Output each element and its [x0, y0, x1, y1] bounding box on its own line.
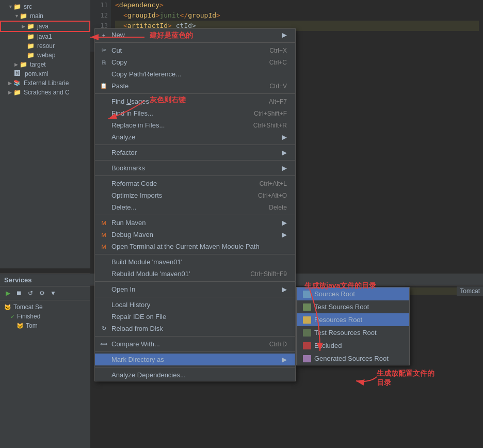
- menu-label-run-maven: Run Maven: [111, 219, 146, 227]
- submenu-item-excluded[interactable]: Excluded: [297, 339, 409, 352]
- menu-item-copy-path[interactable]: Copy Path/Reference...: [95, 68, 295, 80]
- tree-item-resour[interactable]: resour: [0, 41, 90, 51]
- paste-icon: 📋: [99, 83, 108, 89]
- service-restart-btn[interactable]: ↺: [25, 287, 36, 299]
- services-header: Services: [0, 274, 90, 286]
- sources-root-icon: [303, 291, 311, 298]
- menu-item-new[interactable]: + New ▶: [95, 29, 295, 41]
- menu-label-replace-files: Replace in Files...: [111, 121, 165, 129]
- services-title: Services: [4, 276, 32, 284]
- service-play-btn[interactable]: ▶: [2, 287, 13, 299]
- menu-item-bookmarks[interactable]: Bookmarks ▶: [95, 162, 295, 174]
- menu-item-compare[interactable]: ⟺ Compare With... Ctrl+D: [95, 338, 295, 350]
- shortcut-delete: Delete: [269, 204, 287, 211]
- folder-icon-target: [20, 61, 28, 68]
- submenu-item-generated-sources[interactable]: Generated Sources Root: [297, 352, 409, 365]
- folder-icon-src: [13, 3, 22, 10]
- shortcut-copy: Ctrl+C: [269, 59, 287, 66]
- menu-label-optimize: Optimize Imports: [111, 191, 162, 199]
- service-item-tomcat[interactable]: 🐱 Tomcat Se: [0, 302, 90, 312]
- separator-5: [95, 175, 295, 176]
- menu-label-compare: Compare With...: [111, 340, 160, 348]
- submenu-arrow-debug-maven: ▶: [282, 231, 287, 238]
- tomcat-side-label: Tomcat: [457, 286, 483, 296]
- menu-item-repair[interactable]: Repair IDE on File: [95, 311, 295, 323]
- service-stop-btn[interactable]: ⏹: [13, 287, 25, 299]
- test-sources-root-icon: [303, 303, 311, 311]
- context-menu: + New ▶ ✂ Cut Ctrl+X ⎘ Copy Ctrl+C Copy …: [94, 28, 296, 381]
- service-item-finished[interactable]: ✓ Finished: [0, 312, 90, 321]
- expand-arrow-java: ▶: [22, 24, 27, 29]
- reload-icon: ↻: [99, 325, 108, 332]
- menu-item-analyze[interactable]: Analyze ▶: [95, 131, 295, 143]
- submenu-item-resources-root[interactable]: Resources Root: [297, 313, 409, 326]
- menu-label-open-in: Open In: [111, 285, 135, 293]
- tree-item-target[interactable]: ▶ target: [0, 60, 90, 69]
- submenu-item-test-sources-root[interactable]: Test Sources Root: [297, 300, 409, 313]
- shortcut-compare: Ctrl+D: [269, 341, 287, 348]
- separator-9: [95, 297, 295, 297]
- menu-item-delete[interactable]: Delete... Delete: [95, 201, 295, 213]
- tree-label-scratches: Scratches and C: [24, 89, 70, 96]
- menu-item-copy[interactable]: ⎘ Copy Ctrl+C: [95, 56, 295, 68]
- tree-item-scratches[interactable]: ▶ Scratches and C: [0, 88, 90, 97]
- menu-label-analyze: Analyze: [111, 133, 135, 141]
- menu-label-delete: Delete...: [111, 203, 136, 211]
- menu-item-find-files[interactable]: Find in Files... Ctrl+Shift+F: [95, 107, 295, 119]
- menu-item-optimize[interactable]: Optimize Imports Ctrl+Alt+O: [95, 189, 295, 201]
- tree-item-main[interactable]: ▼ main: [0, 11, 90, 21]
- tree-item-src[interactable]: ▼ src: [0, 2, 90, 11]
- folder-icon-ext: 📚: [13, 79, 22, 87]
- tree-item-pom[interactable]: 🅼 pom.xml: [0, 69, 90, 78]
- service-filter-btn[interactable]: ▼: [47, 287, 59, 299]
- separator-3: [95, 145, 295, 145]
- menu-item-reformat[interactable]: Reformat Code Ctrl+Alt+L: [95, 178, 295, 189]
- menu-item-debug-maven[interactable]: M Debug Maven ▶: [95, 229, 295, 241]
- service-label-tom: Tom: [26, 322, 38, 329]
- shortcut-find-usages: Alt+F7: [269, 98, 287, 105]
- terminal-icon: M: [99, 244, 108, 250]
- menu-item-cut[interactable]: ✂ Cut Ctrl+X: [95, 44, 295, 56]
- submenu-label-generated-sources: Generated Sources Root: [314, 355, 389, 362]
- shortcut-find-files: Ctrl+Shift+F: [254, 110, 287, 117]
- menu-item-build-module[interactable]: Build Module 'maven01': [95, 256, 295, 268]
- menu-item-reload[interactable]: ↻ Reload from Disk: [95, 323, 295, 334]
- service-item-tom[interactable]: 🐱 Tom: [0, 321, 90, 330]
- menu-item-mark-dir[interactable]: Mark Directory as ▶ Sources Root Test So…: [95, 354, 295, 365]
- menu-label-bookmarks: Bookmarks: [111, 164, 145, 172]
- tree-item-java[interactable]: ▶ 📁 java: [0, 21, 90, 32]
- submenu-item-test-resources-root[interactable]: Test Resources Root: [297, 326, 409, 339]
- service-settings-btn[interactable]: ⚙: [36, 287, 47, 299]
- menu-item-find-usages[interactable]: Find Usages Alt+F7: [95, 95, 295, 107]
- tree-item-webap[interactable]: webap: [0, 51, 90, 60]
- menu-item-local-history[interactable]: Local History: [95, 299, 295, 311]
- service-label-tomcat: Tomcat Se: [13, 303, 43, 311]
- separator-6: [95, 215, 295, 215]
- submenu-item-sources-root[interactable]: Sources Root: [297, 287, 409, 300]
- menu-item-replace-files[interactable]: Replace in Files... Ctrl+Shift+R: [95, 119, 295, 131]
- services-panel: Services ▶ ⏹ ↺ ⚙ ▼ 🐱 Tomcat Se ✓ Finishe…: [0, 274, 90, 448]
- cut-icon: ✂: [99, 47, 108, 54]
- menu-item-rebuild-module[interactable]: Rebuild Module 'maven01' Ctrl+Shift+F9: [95, 268, 295, 280]
- tomcat-label-text: Tomcat: [460, 287, 480, 295]
- shortcut-cut: Ctrl+X: [269, 47, 287, 54]
- compare-icon: ⟺: [99, 341, 108, 347]
- menu-item-run-maven[interactable]: M Run Maven ▶: [95, 217, 295, 229]
- menu-label-repair: Repair IDE on File: [111, 313, 166, 321]
- project-tree: ▼ src ▼ main ▶ 📁 java java1 resour webap…: [0, 0, 90, 99]
- menu-item-paste[interactable]: 📋 Paste Ctrl+V: [95, 80, 295, 92]
- tree-label-target: target: [30, 61, 46, 68]
- menu-item-refactor[interactable]: Refactor ▶: [95, 147, 295, 158]
- tomcat-icon: 🐱: [4, 304, 11, 311]
- menu-item-analyze-deps[interactable]: Analyze Dependencies...: [95, 369, 295, 381]
- file-icon-pom: 🅼: [14, 70, 23, 77]
- tree-item-java1[interactable]: java1: [0, 32, 90, 41]
- submenu-arrow-run-maven: ▶: [282, 219, 287, 227]
- menu-item-open-terminal[interactable]: M Open Terminal at the Current Maven Mod…: [95, 241, 295, 252]
- tree-label-main: main: [30, 12, 43, 20]
- folder-icon-main: [20, 12, 28, 20]
- tree-label-ext: External Librarie: [24, 79, 69, 87]
- menu-label-analyze-deps: Analyze Dependencies...: [111, 371, 186, 379]
- tree-item-ext-lib[interactable]: ▶ 📚 External Librarie: [0, 78, 90, 88]
- menu-item-open-in[interactable]: Open In ▶: [95, 283, 295, 295]
